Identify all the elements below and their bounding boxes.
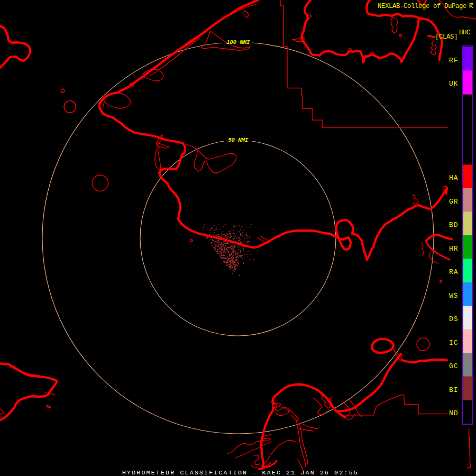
svg-text:HYDROMETEOR CLASSIFICATION - K: HYDROMETEOR CLASSIFICATION - KAEC 21 JAN… bbox=[122, 469, 359, 476]
svg-text:100 NMI: 100 NMI bbox=[226, 39, 250, 45]
svg-text:50 NMI: 50 NMI bbox=[228, 137, 249, 143]
svg-text:HHC: HHC bbox=[459, 29, 470, 36]
svg-text:WS: WS bbox=[449, 292, 459, 300]
svg-text:IC: IC bbox=[449, 339, 459, 347]
svg-text:UK: UK bbox=[449, 80, 459, 88]
svg-text:NEXLAB-College of DuPage: NEXLAB-College of DuPage bbox=[378, 3, 466, 10]
svg-text:RA: RA bbox=[449, 268, 459, 276]
svg-text:HA: HA bbox=[449, 174, 459, 182]
svg-text:DS: DS bbox=[449, 315, 459, 323]
svg-text:BD: BD bbox=[449, 221, 459, 229]
svg-text:HR: HR bbox=[449, 245, 459, 253]
svg-text:ND: ND bbox=[449, 409, 459, 417]
svg-text:GR: GR bbox=[449, 198, 459, 206]
svg-text:GC: GC bbox=[449, 362, 459, 370]
svg-text:RF: RF bbox=[449, 57, 459, 65]
svg-text:[CLAS]: [CLAS] bbox=[435, 33, 457, 41]
svg-text:BI: BI bbox=[449, 386, 459, 394]
